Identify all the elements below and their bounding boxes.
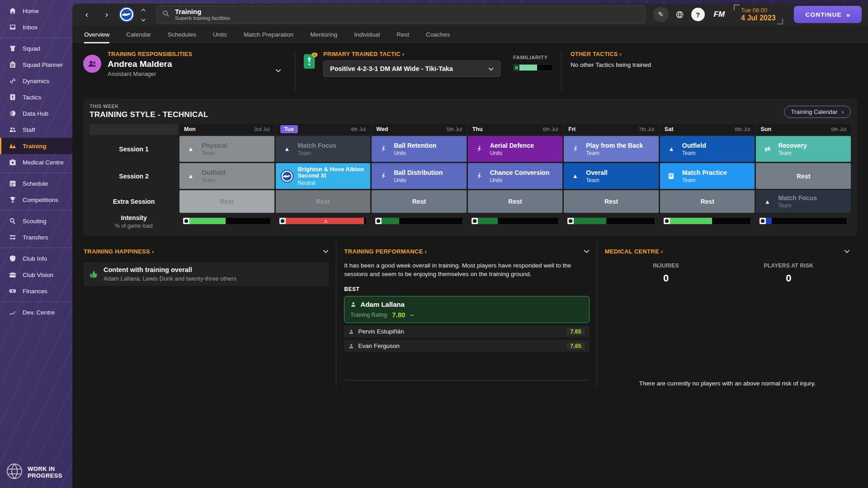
day-header-sun: Sun9th Jul [756, 124, 851, 135]
tab-units[interactable]: Units [213, 25, 227, 43]
continue-button[interactable]: CONTINUE» [794, 6, 862, 23]
chevron-down-icon[interactable] [141, 15, 146, 23]
training-icon [8, 142, 17, 150]
avatar [83, 55, 101, 73]
medical-icon [8, 158, 17, 166]
session-2-fri-overall[interactable]: ▲OverallTeam [564, 163, 659, 189]
chevron-down-icon[interactable] [584, 247, 590, 255]
tab-schedules[interactable]: Schedules [168, 25, 196, 43]
tab-calendar[interactable]: Calendar [126, 25, 151, 43]
tab-match-preparation[interactable]: Match Preparation [244, 25, 293, 43]
sidebar-item-squad[interactable]: Squad [0, 40, 72, 56]
session-extra-sat-rest[interactable]: Rest [660, 190, 755, 213]
session-2-sun-rest[interactable]: Rest [756, 163, 851, 189]
session-extra-sun-match-focus[interactable]: ▲Match FocusTeam [756, 190, 851, 213]
session-extra-thu-rest[interactable]: Rest [468, 190, 563, 213]
intensity-load-icon [472, 218, 478, 224]
tab-mentoring[interactable]: Mentoring [310, 25, 337, 43]
tab-coaches[interactable]: Coaches [426, 25, 450, 43]
primary-tactic-label[interactable]: PRIMARY TRAINED TACTIC [323, 51, 401, 57]
sidebar-item-dynamics[interactable]: Dynamics [0, 73, 72, 89]
other-tactics-block: OTHER TACTICS › No other Tactics being t… [570, 51, 651, 68]
sidebar-item-scouting[interactable]: Scouting [0, 213, 72, 229]
chevron-down-icon[interactable] [844, 247, 850, 255]
devcentre-icon [8, 308, 17, 316]
sidebar-item-inbox[interactable]: Inbox [0, 19, 72, 35]
sidebar-item-competitions[interactable]: Competitions [0, 192, 72, 208]
sidebar-item-staff[interactable]: Staff [0, 122, 72, 138]
session-2-sat-match-practice[interactable]: Match PracticeTeam [660, 163, 755, 189]
session-1-fri-play-from-the-back[interactable]: Play from the BackTeam [564, 136, 659, 162]
sidebar-item-transfers[interactable]: Transfers [0, 229, 72, 245]
session-1-tue-match-focus[interactable]: ▲Match FocusTeam [276, 136, 371, 162]
back-button[interactable]: ‹ [79, 9, 95, 19]
team-cycle-buttons[interactable] [141, 5, 146, 23]
medical-label[interactable]: MEDICAL CENTRE [605, 248, 659, 255]
performance-label[interactable]: TRAINING PERFORMANCE [344, 248, 423, 255]
forward-button[interactable]: › [99, 9, 115, 19]
divider [561, 51, 561, 91]
chevron-right-icon: › [402, 51, 404, 57]
sidebar-item-squad-planner[interactable]: Squad Planner [0, 56, 72, 73]
intensity-track [189, 217, 271, 225]
happiness-item[interactable]: Content with training overall Adam Lalla… [84, 262, 329, 286]
sidebar-item-club-vision[interactable]: Club Vision [0, 267, 72, 283]
session-title: Rest [700, 198, 714, 205]
session-2-tue-brighton-hove-albion-second-xi[interactable]: Brighton & Hove Albion Second XINeutral [276, 163, 371, 189]
session-1-sun-recovery[interactable]: ⇄RecoveryTeam [756, 136, 851, 162]
sidebar-item-dev-centre[interactable]: Dev. Centre [0, 304, 72, 320]
edit-pencil-icon[interactable]: ✎ [653, 7, 669, 22]
session-2-mon-outfield[interactable]: ▲OutfieldTeam [179, 163, 274, 189]
training-calendar-button[interactable]: Training Calendar› [784, 106, 851, 118]
other-tactics-label[interactable]: OTHER TACTICS [571, 51, 618, 57]
session-2-wed-ball-distribution[interactable]: Ball DistributionUnits [372, 163, 467, 189]
clock-date: 4 Jul 2023 [741, 14, 776, 22]
best-player-card[interactable]: Adam Lallana Training Rating 7.80 – [344, 296, 589, 323]
tactic-dropdown[interactable]: Positive 4-2-3-1 DM AM Wide - Tiki-Taka [323, 61, 500, 77]
page-title: Training [175, 8, 230, 15]
performance-row-evan-ferguson[interactable]: Evan Ferguson7.65 [344, 340, 589, 352]
session-2-thu-chance-conversion[interactable]: Chance ConversionUnits [468, 163, 563, 189]
search-title-box[interactable]: Training Superb training facilities [156, 5, 645, 23]
intensity-load-icon [760, 218, 766, 224]
sidebar-item-finances[interactable]: Finances [0, 283, 72, 299]
sidebar-item-tactics[interactable]: Tactics [0, 89, 72, 105]
session-1-thu-aerial-defence[interactable]: Aerial DefenceUnits [468, 136, 563, 162]
help-icon[interactable]: ? [691, 8, 705, 21]
sidebar-item-training[interactable]: Training [0, 138, 72, 154]
chevron-up-icon[interactable] [141, 5, 146, 14]
sidebar-item-label: Scouting [23, 218, 47, 225]
club-crest-icon[interactable] [118, 6, 135, 23]
session-title: Recovery [778, 142, 807, 149]
session-extra-wed-rest[interactable]: Rest [372, 190, 467, 213]
tab-individual[interactable]: Individual [354, 25, 380, 43]
session-1-wed-ball-retention[interactable]: Ball RetentionUnits [372, 136, 467, 162]
player-head-icon [349, 343, 354, 349]
familiarity-icon [514, 65, 519, 70]
sidebar-item-club-info[interactable]: Club Info [0, 250, 72, 267]
performance-row-pervis-estupi-n[interactable]: Pervis Estupiñán7.65 [344, 325, 589, 338]
training-responsibilities-block[interactable]: TRAINING RESPONSIBILITIES Andrea Maldera… [83, 51, 287, 77]
runner-icon [376, 145, 390, 152]
tab-rest[interactable]: Rest [396, 25, 409, 43]
chevron-down-icon[interactable] [323, 247, 329, 255]
cone-icon: ▲ [184, 173, 198, 179]
language-globe-icon[interactable] [672, 7, 688, 22]
intensity-load-icon [279, 218, 286, 224]
sidebar-item-medical-centre[interactable]: Medical Centre [0, 154, 72, 170]
session-1-mon-physical[interactable]: ▲PhysicalTeam [179, 136, 274, 162]
sidebar-item-schedule[interactable]: Schedule [0, 175, 72, 192]
session-extra-mon-rest[interactable]: Rest [179, 190, 274, 213]
cone-icon: ▲ [760, 199, 774, 205]
medical-centre-panel: MEDICAL CENTRE › INJURIES 0 PLAYERS AT R… [597, 242, 857, 387]
tab-overview[interactable]: Overview [84, 25, 109, 43]
sidebar-item-data-hub[interactable]: Data Hub [0, 105, 72, 122]
session-title: Outfield [202, 169, 226, 176]
session-extra-fri-rest[interactable]: Rest [564, 190, 659, 213]
session-title: Physical [202, 142, 227, 149]
sidebar-item-home[interactable]: Home [0, 3, 72, 19]
session-1-sat-outfield[interactable]: ▲OutfieldTeam [660, 136, 755, 162]
chevron-down-icon[interactable] [275, 66, 281, 75]
session-extra-tue-rest[interactable]: Rest [276, 190, 371, 213]
happiness-label[interactable]: TRAINING HAPPINESS [84, 248, 150, 255]
